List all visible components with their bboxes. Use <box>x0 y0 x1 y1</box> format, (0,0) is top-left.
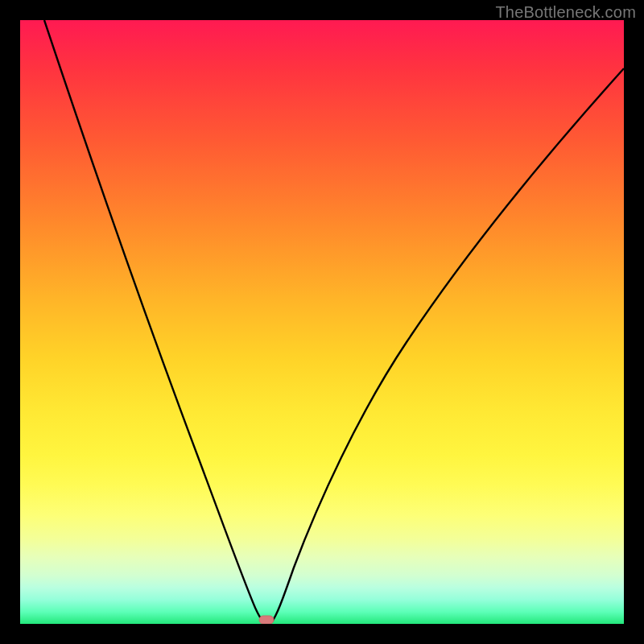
plot-area <box>20 20 624 624</box>
curve-svg <box>20 20 624 624</box>
watermark-text: TheBottleneck.com <box>495 3 636 22</box>
bottleneck-curve <box>44 20 624 622</box>
chart-frame: TheBottleneck.com <box>0 0 644 644</box>
min-marker <box>259 616 274 624</box>
